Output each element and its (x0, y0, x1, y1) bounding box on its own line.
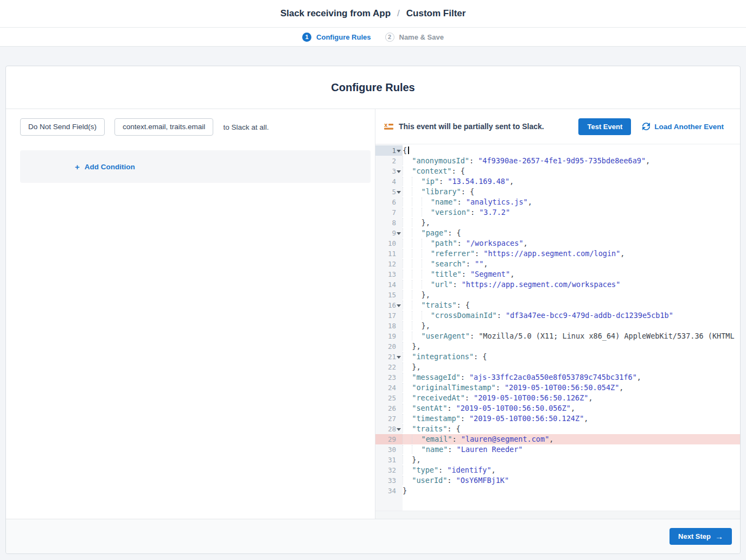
line-number[interactable]: 33 (375, 475, 403, 486)
code-line-text[interactable]: "originalTimestamp": "2019-05-10T00:56:5… (403, 383, 740, 393)
code-line-text[interactable]: "crossDomainId": "df3a47ee-bcc9-479d-add… (403, 310, 740, 321)
code-line[interactable]: 4 "ip": "13.54.169.48", (375, 176, 740, 187)
code-line[interactable]: 22 }, (375, 362, 740, 372)
line-number[interactable]: 15 (375, 290, 403, 300)
step-configure-rules[interactable]: 1 Configure Rules (302, 33, 371, 42)
code-line-text[interactable]: "integrations": { (403, 352, 740, 362)
fold-toggle-icon[interactable] (397, 191, 401, 194)
line-number[interactable]: 22 (375, 362, 403, 372)
code-line-text[interactable]: }, (403, 290, 740, 300)
line-number[interactable]: 24 (375, 383, 403, 393)
line-number[interactable]: 8 (375, 218, 403, 228)
line-number[interactable]: 6 (375, 197, 403, 207)
line-number[interactable]: 21 (375, 352, 403, 362)
line-number[interactable]: 18 (375, 321, 403, 331)
line-number[interactable]: 14 (375, 279, 403, 290)
code-line-text[interactable]: "version": "3.7.2" (403, 207, 740, 218)
code-line-text[interactable]: "referrer": "https://app.segment.com/log… (403, 249, 740, 259)
line-number[interactable]: 23 (375, 372, 403, 383)
line-number[interactable]: 20 (375, 341, 403, 352)
code-line[interactable]: 5 "library": { (375, 187, 740, 197)
fold-toggle-icon[interactable] (397, 356, 401, 359)
code-line[interactable]: 12 "search": "", (375, 259, 740, 269)
code-line-text[interactable]: { (403, 145, 740, 156)
code-line-text[interactable]: "receivedAt": "2019-05-10T00:56:50.126Z"… (403, 393, 740, 403)
code-line-text[interactable]: "search": "", (403, 259, 740, 269)
rule-fields-input[interactable]: context.email, traits.email (114, 118, 213, 136)
code-line[interactable]: 7 "version": "3.7.2" (375, 207, 740, 218)
code-line[interactable]: 24 "originalTimestamp": "2019-05-10T00:5… (375, 383, 740, 393)
line-number[interactable]: 17 (375, 310, 403, 321)
code-line[interactable]: 33 "userId": "OsY6MFBj1K" (375, 475, 740, 486)
code-line[interactable]: 25 "receivedAt": "2019-05-10T00:56:50.12… (375, 393, 740, 403)
line-number[interactable]: 25 (375, 393, 403, 403)
code-line-text[interactable]: "name": "analytics.js", (403, 197, 740, 207)
code-line-text[interactable]: "title": "Segment", (403, 269, 740, 279)
line-number[interactable]: 9 (375, 228, 403, 238)
line-number[interactable]: 26 (375, 403, 403, 413)
code-line-text[interactable]: "sentAt": "2019-05-10T00:56:50.056Z", (403, 403, 740, 413)
code-line[interactable]: 3 "context": { (375, 166, 740, 176)
fold-toggle-icon[interactable] (397, 150, 401, 152)
line-number[interactable]: 11 (375, 249, 403, 259)
line-number[interactable]: 16 (375, 300, 403, 310)
rule-action-selector[interactable]: Do Not Send Field(s) (20, 118, 105, 136)
code-line[interactable]: 9 "page": { (375, 228, 740, 238)
step-name-and-save[interactable]: 2 Name & Save (385, 33, 444, 42)
code-line[interactable]: 10 "path": "/workspaces", (375, 238, 740, 249)
code-line-text[interactable]: "messageId": "ajs-33ffc2ac0a550e8f053789… (403, 372, 740, 383)
code-line-text[interactable]: "email": "lauren@segment.com", (403, 434, 740, 444)
line-number[interactable]: 34 (375, 486, 403, 496)
line-number[interactable]: 13 (375, 269, 403, 279)
code-line-text[interactable]: "path": "/workspaces", (403, 238, 740, 249)
fold-toggle-icon[interactable] (397, 428, 401, 431)
line-number[interactable]: 12 (375, 259, 403, 269)
code-line[interactable]: 16 "traits": { (375, 300, 740, 310)
code-line[interactable]: 31 }, (375, 455, 740, 465)
line-number[interactable]: 32 (375, 465, 403, 475)
code-line-text[interactable]: "url": "https://app.segment.com/workspac… (403, 279, 740, 290)
code-line-text[interactable]: "userId": "OsY6MFBj1K" (403, 475, 740, 486)
code-line-text[interactable]: }, (403, 218, 740, 228)
load-another-event-button[interactable]: Load Another Event (642, 123, 724, 131)
code-line-text[interactable]: "page": { (403, 228, 740, 238)
code-line[interactable]: 27 "timestamp": "2019-05-10T00:56:50.124… (375, 413, 740, 424)
code-line-text[interactable]: "timestamp": "2019-05-10T00:56:50.124Z", (403, 413, 740, 424)
code-line[interactable]: 18 }, (375, 321, 740, 331)
line-number[interactable]: 10 (375, 238, 403, 249)
code-line-text[interactable]: }, (403, 455, 740, 465)
code-line[interactable]: 30 "name": "Lauren Reeder" (375, 444, 740, 455)
line-number[interactable]: 19 (375, 331, 403, 341)
code-line[interactable]: 32 "type": "identify", (375, 465, 740, 475)
code-line[interactable]: 23 "messageId": "ajs-33ffc2ac0a550e8f053… (375, 372, 740, 383)
code-line[interactable]: 19 "userAgent": "Mozilla/5.0 (X11; Linux… (375, 331, 740, 341)
line-number[interactable]: 2 (375, 156, 403, 166)
code-line[interactable]: 21 "integrations": { (375, 352, 740, 362)
code-line[interactable]: 15 }, (375, 290, 740, 300)
line-number[interactable]: 29 (375, 434, 403, 444)
code-line[interactable]: 17 "crossDomainId": "df3a47ee-bcc9-479d-… (375, 310, 740, 321)
line-number[interactable]: 7 (375, 207, 403, 218)
line-number[interactable]: 3 (375, 166, 403, 176)
line-number[interactable]: 30 (375, 444, 403, 455)
code-line[interactable]: 14 "url": "https://app.segment.com/works… (375, 279, 740, 290)
horizontal-scrollbar[interactable] (375, 511, 740, 519)
code-line[interactable]: 1{ (375, 145, 740, 156)
line-number[interactable]: 31 (375, 455, 403, 465)
code-line[interactable]: 6 "name": "analytics.js", (375, 197, 740, 207)
code-line-text[interactable]: }, (403, 321, 740, 331)
code-line[interactable]: 26 "sentAt": "2019-05-10T00:56:50.056Z", (375, 403, 740, 413)
fold-toggle-icon[interactable] (397, 232, 401, 235)
code-line-text[interactable]: "name": "Lauren Reeder" (403, 444, 740, 455)
line-number[interactable]: 5 (375, 187, 403, 197)
test-event-button[interactable]: Test Event (578, 118, 631, 135)
code-line-text[interactable]: "context": { (403, 166, 740, 176)
line-number[interactable]: 27 (375, 413, 403, 424)
code-line-text[interactable]: "library": { (403, 187, 740, 197)
code-line[interactable]: 29 "email": "lauren@segment.com", (375, 434, 740, 444)
code-line-text[interactable]: }, (403, 341, 740, 352)
code-line[interactable]: 20 }, (375, 341, 740, 352)
code-line[interactable]: 13 "title": "Segment", (375, 269, 740, 279)
json-code-editor[interactable]: 1{2 "anonymousId": "4f9390ae-2657-4fe1-9… (375, 144, 740, 519)
code-line[interactable]: 8 }, (375, 218, 740, 228)
